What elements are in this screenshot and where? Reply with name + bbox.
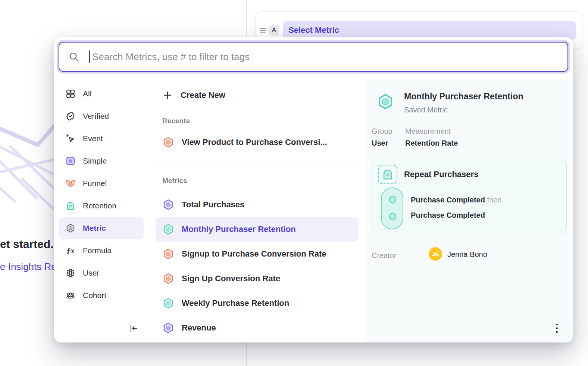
cohort-people-icon (66, 291, 75, 300)
definition-step-1: Purchase Completed then (411, 196, 501, 204)
details-footer (365, 314, 573, 342)
metric-query-row: A Select Metric (260, 21, 576, 40)
retention-arch-hexagon-icon (66, 201, 75, 211)
event-sequence-capsule (381, 187, 403, 229)
sidebar-item-label: Formula (83, 246, 112, 255)
sidebar-item-label: Simple (83, 156, 107, 165)
group-value: User (372, 139, 388, 148)
creator-avatar: JB (429, 247, 442, 261)
event-hexagon-icon (388, 211, 398, 221)
metric-item[interactable]: Signup to Purchase Conversion Rate (156, 242, 359, 266)
more-options-kebab-icon[interactable] (556, 323, 559, 334)
background-heading-fragment: et started. (0, 238, 53, 251)
metrics-section-header: Metrics (162, 177, 365, 185)
metric-item[interactable]: Sign Up Conversion Rate (156, 266, 359, 291)
measurement-value: Retention Rate (405, 139, 458, 148)
sidebar-item-label: Event (83, 134, 103, 143)
sidebar-item-label: Retention (83, 201, 116, 210)
sidebar-item-simple[interactable]: Simple (59, 150, 144, 172)
creator-label: Creator (372, 251, 397, 260)
creator-name: Jenna Bono (447, 250, 487, 259)
funnel-metric-hexagon-icon (163, 137, 174, 148)
metric-item[interactable]: Weekly Purchase Retention (156, 291, 359, 316)
collapse-sidebar-icon[interactable] (129, 323, 138, 333)
retention-definition-icon (378, 165, 397, 184)
metric-item[interactable]: Revenue (156, 316, 359, 340)
metric-details-panel: Monthly Purchaser Retention Saved Metric… (365, 79, 573, 342)
background-chart-illustration (0, 123, 56, 250)
selected-metric-hexagon-icon (377, 93, 394, 110)
list-divider (156, 162, 359, 162)
sidebar-item-user[interactable]: User (59, 262, 144, 284)
formula-fx-icon: ƒx (66, 246, 75, 255)
cursor-spark-icon (66, 134, 75, 143)
event-hexagon-icon (388, 195, 398, 205)
sidebar-item-label: Cohort (83, 291, 106, 300)
metric-item[interactable]: Total Purchases (156, 192, 359, 217)
sidebar-item-formula[interactable]: ƒx Formula (59, 239, 144, 262)
search-input[interactable] (90, 43, 567, 71)
search-icon (68, 51, 79, 62)
filter-sidebar: All Verified Event Simple (54, 79, 149, 342)
metric-hexagon-icon (66, 223, 75, 233)
sidebar-item-label: Funnel (83, 179, 107, 188)
simple-square-hexagon-icon (66, 156, 75, 166)
metric-definition-card: Repeat Purchasers Purchase Completed the… (372, 159, 567, 234)
sidebar-item-verified[interactable]: Verified (59, 105, 144, 127)
metric-list-panel: Create New Recents View Product to Purch… (149, 79, 365, 342)
create-new-button[interactable]: Create New (149, 86, 365, 104)
sidebar-item-cohort[interactable]: Cohort (59, 284, 144, 307)
funnel-hexagon-icon (66, 179, 75, 188)
drag-handle-icon[interactable] (260, 28, 266, 33)
sidebar-item-event[interactable]: Event (59, 127, 144, 150)
app-canvas: { "colors": { "accent_purple": "#4f40dd"… (0, 0, 588, 366)
sidebar-item-label: User (83, 269, 99, 277)
background-insights-link-fragment[interactable]: e Insights Re (0, 261, 57, 273)
sidebar-item-label: Metric (83, 224, 106, 233)
metric-item-selected[interactable]: Monthly Purchaser Retention (156, 217, 359, 242)
metric-picker-modal: All Verified Event Simple (54, 37, 573, 342)
sidebar-footer (54, 314, 149, 342)
step-connector: then (487, 196, 502, 204)
retention-metric-hexagon-icon (163, 224, 174, 235)
funnel-metric-hexagon-icon (163, 248, 174, 260)
detail-subtitle: Saved Metric (404, 106, 448, 114)
sidebar-item-label: Verified (83, 112, 109, 121)
measurement-label: Measurement (405, 127, 451, 136)
retention-metric-hexagon-icon (163, 298, 174, 309)
event-metric-hexagon-icon (163, 322, 174, 334)
verified-badge-icon (66, 111, 75, 121)
sidebar-item-all[interactable]: All (59, 83, 144, 105)
sidebar-item-funnel[interactable]: Funnel (59, 172, 144, 195)
definition-step-2: Purchase Completed (411, 211, 485, 220)
user-cluster-icon (66, 268, 75, 278)
select-metric-button[interactable]: Select Metric (283, 21, 576, 40)
event-metric-hexagon-icon (163, 199, 174, 210)
sidebar-item-metric[interactable]: Metric (59, 217, 144, 239)
plus-icon (163, 90, 172, 100)
search-bar[interactable] (59, 42, 568, 72)
recent-metric-item[interactable]: View Product to Purchase Conversi... (156, 130, 359, 154)
sidebar-item-label: All (83, 89, 91, 98)
funnel-metric-hexagon-icon (163, 273, 174, 284)
group-label: Group (372, 127, 392, 136)
grid-icon (66, 89, 75, 99)
recents-section-header: Recents (162, 117, 365, 125)
definition-title: Repeat Purchasers (404, 170, 478, 179)
sidebar-item-retention[interactable]: Retention (59, 195, 144, 217)
row-letter-badge[interactable]: A (269, 25, 279, 35)
detail-title: Monthly Purchaser Retention (404, 92, 523, 102)
